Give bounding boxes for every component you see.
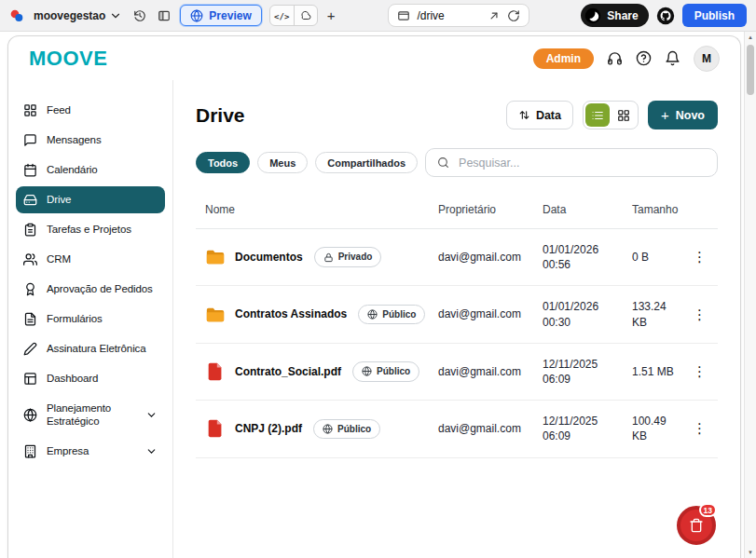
drive-content: Drive Data xyxy=(173,80,740,558)
sidebar-item-dashboard[interactable]: Dashboard xyxy=(16,365,165,392)
refresh-icon[interactable] xyxy=(507,9,520,22)
preview-label: Preview xyxy=(209,9,251,22)
row-menu-button[interactable] xyxy=(687,305,712,325)
sidebar-item-feed[interactable]: Feed xyxy=(16,97,165,124)
sort-arrows-icon xyxy=(518,109,530,121)
table-row[interactable]: Contrato_Social.pdf Público davi@gmail.c… xyxy=(196,344,718,401)
support-button[interactable] xyxy=(607,50,623,66)
file-date: 12/11/2025 06:09 xyxy=(543,357,625,387)
new-button[interactable]: Novo xyxy=(648,101,718,129)
deploy-button[interactable] xyxy=(294,6,317,25)
table-header: Nome Proprietário Data Tamanho xyxy=(196,196,718,229)
file-type-icon xyxy=(205,305,226,325)
table-row[interactable]: Contratos Assinados Público davi@gmail.c… xyxy=(196,286,718,343)
user-avatar[interactable]: M xyxy=(694,46,720,72)
pen-icon xyxy=(23,342,37,356)
file-name: CNPJ (2).pdf xyxy=(235,421,302,436)
chevron-down-icon xyxy=(145,409,158,421)
toolbar: Data Novo xyxy=(506,101,718,129)
history-button[interactable] xyxy=(131,7,148,24)
sidebar-item-planejamento-estrategico[interactable]: Planejamento Estratégico xyxy=(16,395,165,435)
sidebar-item-crm[interactable]: CRM xyxy=(16,246,165,273)
admin-badge[interactable]: Admin xyxy=(533,48,594,69)
search-box xyxy=(425,148,718,177)
row-menu-button[interactable] xyxy=(687,418,712,439)
header-actions: Admin M xyxy=(533,46,720,72)
page-scrollbar[interactable] xyxy=(744,32,756,558)
row-menu-button[interactable] xyxy=(687,361,712,382)
page-viewport: MOOVE Admin M Feed xyxy=(0,32,756,558)
account-avatar-icon xyxy=(584,7,601,24)
bell-icon xyxy=(665,50,680,66)
url-text: /drive xyxy=(417,9,481,22)
scrollbar-thumb[interactable] xyxy=(747,45,754,95)
chevron-down-icon xyxy=(145,445,158,457)
approval-badge-icon xyxy=(23,282,37,296)
help-button[interactable] xyxy=(636,50,652,66)
table-row[interactable]: CNPJ (2).pdf Público davi@gmail.com 12/1… xyxy=(196,401,718,457)
file-name: Documentos xyxy=(235,250,303,265)
col-data: Data xyxy=(543,203,625,216)
file-size: 0 B xyxy=(632,250,682,265)
strategy-globe-icon xyxy=(23,408,37,422)
github-icon[interactable] xyxy=(656,7,675,25)
share-button[interactable]: Share xyxy=(581,4,648,27)
table-row[interactable]: Documentos Privado davi@gmail.com 01/01/… xyxy=(196,229,718,286)
notifications-button[interactable] xyxy=(665,50,680,66)
code-view-button[interactable] xyxy=(270,6,294,25)
app-header: MOOVE Admin M xyxy=(8,36,740,80)
building-icon xyxy=(23,444,37,458)
trash-count-badge: 13 xyxy=(699,503,717,517)
open-external-icon[interactable] xyxy=(488,9,501,22)
grid-icon xyxy=(617,109,630,122)
search-input[interactable] xyxy=(457,156,706,170)
sidebar-item-tarefas-projetos[interactable]: Tarefas e Projetos xyxy=(16,216,165,243)
filter-meus[interactable]: Meus xyxy=(257,152,308,173)
file-owner: davi@gmail.com xyxy=(438,364,535,379)
workspace-menu[interactable]: moovegestao xyxy=(32,7,124,24)
sidebar-item-calendario[interactable]: Calendário xyxy=(16,157,165,184)
history-icon xyxy=(133,9,146,22)
filter-compartilhados[interactable]: Compartilhados xyxy=(315,152,418,173)
new-tab-button[interactable] xyxy=(325,6,337,25)
browser-toolbar: moovegestao Preview /drive Share Publish xyxy=(0,0,756,32)
app-body: Feed Mensagens Calendário Drive Tarefas … xyxy=(8,80,740,558)
grid-view-button[interactable] xyxy=(612,103,636,127)
preview-button[interactable]: Preview xyxy=(180,5,261,26)
scroll-up-arrow[interactable] xyxy=(745,34,756,40)
sidebar-item-empresa[interactable]: Empresa xyxy=(16,438,165,465)
sidebar-item-mensagens[interactable]: Mensagens xyxy=(16,127,165,154)
file-date: 12/11/2025 06:09 xyxy=(543,414,625,443)
plus-icon xyxy=(661,108,669,123)
file-date: 01/01/2026 00:56 xyxy=(543,242,625,272)
feed-icon xyxy=(23,103,37,117)
panel-toggle-button[interactable] xyxy=(156,7,172,24)
filter-row: Todos Meus Compartilhados xyxy=(196,148,718,177)
sort-by-date-button[interactable]: Data xyxy=(506,101,573,129)
scroll-down-arrow[interactable] xyxy=(745,550,756,555)
row-menu-button[interactable] xyxy=(687,247,712,267)
sidebar-item-assinatura-eletronica[interactable]: Assinatura Eletrônica xyxy=(16,335,165,362)
sidebar-item-drive[interactable]: Drive xyxy=(16,186,165,213)
chevron-down-icon xyxy=(109,9,122,22)
sidebar-item-aprovacao-pedidos[interactable]: Aprovação de Pedidos xyxy=(16,276,165,303)
app-favicon-icon xyxy=(9,8,24,23)
pdf-file-icon xyxy=(205,361,226,382)
moove-logo: MOOVE xyxy=(29,47,107,71)
file-type-icon xyxy=(205,361,226,382)
url-bar[interactable]: /drive xyxy=(388,4,529,27)
users-icon xyxy=(23,252,37,266)
sidebar-item-formularios[interactable]: Formulários xyxy=(16,306,165,333)
list-view-button[interactable] xyxy=(585,103,610,127)
folder-icon xyxy=(205,247,226,267)
dev-button-group xyxy=(269,5,318,26)
visibility-badge: Público xyxy=(358,305,425,325)
col-nome: Nome xyxy=(205,203,431,216)
publish-button[interactable]: Publish xyxy=(682,4,747,27)
file-type-icon xyxy=(205,418,226,439)
dashboard-icon xyxy=(23,372,37,386)
trash-button[interactable]: 13 xyxy=(677,506,716,545)
visibility-badge: Público xyxy=(313,419,380,440)
filter-todos[interactable]: Todos xyxy=(196,152,250,173)
search-icon xyxy=(437,157,449,169)
